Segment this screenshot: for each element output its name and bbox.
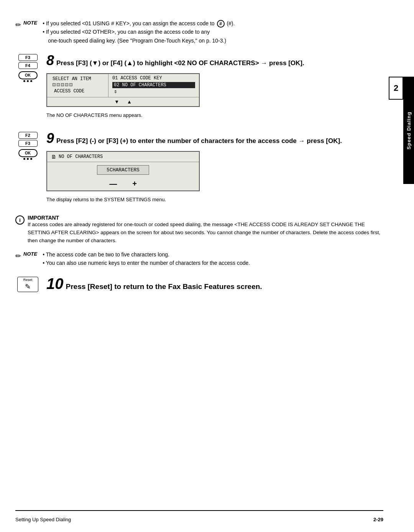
lcd-dot (61, 83, 64, 86)
step-9-caption: The display returns to the SYSTEM SETTIN… (46, 197, 383, 202)
f2-key: F2 (18, 132, 38, 139)
footer: Setting Up Speed Dialing 2-29 (15, 517, 383, 522)
important-text: If access codes are already registered f… (28, 221, 383, 245)
note2-bullet-2: You can also use numeric keys to enter t… (43, 259, 250, 267)
step-9-keys: F2 F3 OK (15, 132, 40, 160)
important-section: i IMPORTANT If access codes are already … (15, 215, 383, 245)
lcd-dot (57, 83, 60, 86)
step-10-description: Press [Reset] to return to the Fax Basic… (66, 282, 262, 291)
step-9-number: 9 (46, 130, 54, 146)
lcd-item-01: 01 ACCESS CODE KEY (112, 76, 195, 81)
step-8-text: 8Press [F3] (▼) or [F4] (▲) to highlight… (46, 53, 383, 123)
step-10-row: Reset ✎ 10Press [Reset] to return to the… (15, 275, 383, 292)
note-pencil-icon-2: ✏ (15, 252, 21, 260)
bottom-line (15, 510, 383, 511)
step-10-keys: Reset ✎ (15, 277, 40, 292)
lcd-screen-step8: SELECT AN ITEM ACCESS CODE 01 A (46, 73, 200, 107)
page-number: 2 (394, 83, 398, 93)
lcd-left-panel: SELECT AN ITEM ACCESS CODE (47, 74, 108, 97)
lcd-title-row: 🗎 NO OF CHARACTERS (47, 152, 199, 162)
lcd-plus: + (132, 179, 137, 188)
lcd-select-an-item: SELECT AN ITEM (53, 76, 103, 82)
note-content-bottom: The access code can be two to five chara… (43, 250, 250, 268)
ok-key-step9: OK (18, 149, 38, 157)
note-pencil-icon: ✏ (15, 21, 21, 29)
note2-bullet-1: The access code can be two to five chara… (43, 250, 250, 259)
step-9-text: 9Press [F2] (-) or [F3] (+) to enter the… (46, 130, 383, 208)
lcd-arrow-down: ▼ (114, 99, 119, 105)
side-tab: Speed Dialing (403, 77, 414, 184)
ok-dots-step8 (18, 80, 38, 82)
ok-dot (30, 158, 32, 160)
important-icon-col: i (15, 215, 25, 225)
important-content: IMPORTANT If access codes are already re… (28, 215, 383, 245)
reset-icon-row: ✎ (21, 282, 34, 291)
lcd-access-code: ACCESS CODE (53, 88, 103, 95)
lcd-chars-value: 5CHARACTERS (97, 165, 149, 175)
footer-right: 2-29 (373, 517, 383, 522)
step-8-number: 8 (46, 53, 54, 68)
note-label-bottom: NOTE (23, 251, 37, 257)
step-8-description: Press [F3] (▼) or [F4] (▲) to highlight … (56, 59, 304, 67)
important-label: IMPORTANT (28, 215, 383, 221)
step-8-caption: The NO OF CHARACTERS menu appears. (46, 112, 383, 118)
reset-key-label: Reset (21, 278, 34, 282)
lcd-nav-row: ▼ ▲ (47, 97, 199, 106)
note-section-top: ✏ NOTE If you selected <01 USING # KEY>,… (15, 19, 383, 45)
lcd-arrow-up: ▲ (127, 99, 132, 105)
step-9-description: Press [F2] (-) or [F3] (+) to enter the … (56, 137, 342, 144)
ok-key-step8: OK (18, 71, 38, 79)
lcd-chars-display: 5CHARACTERS (47, 162, 199, 178)
lcd-item-02: 02 NO OF CHARACTERS (112, 82, 195, 88)
step-10-text: 10Press [Reset] to return to the Fax Bas… (46, 275, 383, 292)
step-8-row: F3 F4 OK 8Press [F3] (▼) or (15, 53, 383, 123)
lcd-dot (69, 83, 72, 86)
hash-circle-icon: # (217, 20, 225, 28)
page-wrapper: Speed Dialing 2 ✏ NOTE If you selected <… (0, 0, 414, 532)
f3-key-step9: F3 (18, 140, 38, 147)
ok-dot (23, 158, 25, 160)
lcd-scroll-icon: ⇕ (114, 89, 117, 95)
step-10-number: 10 (46, 275, 64, 292)
lcd-minus: — (109, 179, 117, 188)
lcd-minus-plus-row: — + (47, 178, 199, 190)
ok-dots-step9 (18, 158, 38, 160)
note-label-top: NOTE (23, 20, 37, 26)
lcd-doc-icon: 🗎 (51, 154, 56, 160)
lcd-dot (65, 83, 68, 86)
f3-key: F3 (18, 54, 38, 61)
lcd-row-1: SELECT AN ITEM ACCESS CODE 01 A (47, 74, 199, 97)
footer-left: Setting Up Speed Dialing (15, 517, 71, 522)
ok-dot (27, 158, 29, 160)
lcd-screen-step9: 🗎 NO OF CHARACTERS 5CHARACTERS — + (46, 151, 200, 191)
important-icon: i (15, 215, 25, 225)
ok-dot (27, 80, 29, 82)
note-bullet-1: If you selected <01 USING # KEY>, you ca… (43, 19, 235, 28)
reset-key-box: Reset ✎ (17, 277, 38, 292)
main-content: ✏ NOTE If you selected <01 USING # KEY>,… (15, 19, 383, 509)
lcd-no-of-characters-title: NO OF CHARACTERS (59, 154, 103, 159)
ok-dot (23, 80, 25, 82)
lcd-dots (53, 83, 103, 86)
side-tab-text: Speed Dialing (406, 112, 412, 149)
step-9-row: F2 F3 OK 9Press [F2] (-) or (15, 130, 383, 208)
ok-dot (30, 80, 32, 82)
note-bullet-2: If you selected <02 OTHER>, you can assi… (43, 28, 235, 45)
note-content-top: If you selected <01 USING # KEY>, you ca… (43, 19, 235, 45)
reset-pencil-icon: ✎ (25, 282, 31, 291)
step-8-keys: F3 F4 OK (15, 54, 40, 82)
note-section-bottom: ✏ NOTE The access code can be two to fiv… (15, 250, 383, 268)
lcd-dot (53, 83, 56, 86)
f4-key: F4 (18, 62, 38, 69)
page-number-box: 2 (389, 77, 403, 100)
lcd-right-panel: 01 ACCESS CODE KEY 02 NO OF CHARACTERS ⇕ (108, 74, 199, 97)
